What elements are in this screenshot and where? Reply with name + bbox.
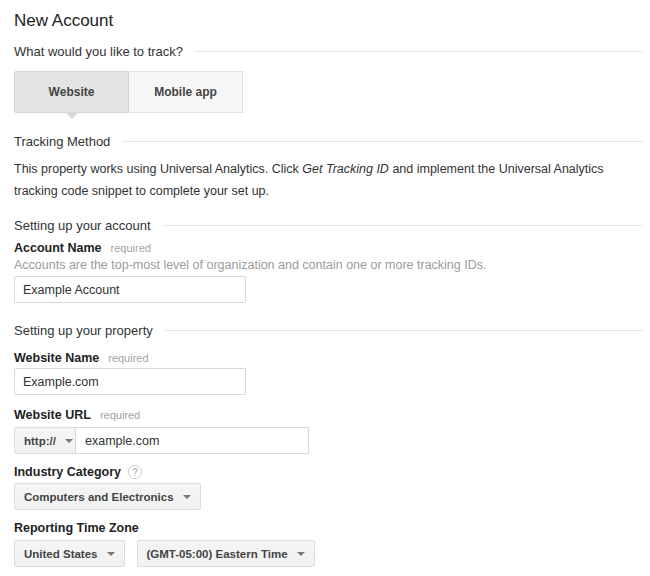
tab-mobile-app-label: Mobile app — [154, 85, 217, 99]
tracking-method-header: Tracking Method — [14, 134, 643, 149]
website-name-label-row: Website Name required — [14, 351, 643, 365]
account-section-header: Setting up your account — [14, 218, 643, 233]
property-section-header: Setting up your property — [14, 323, 643, 338]
industry-category-label-row: Industry Category ? — [14, 465, 643, 479]
chevron-down-icon — [65, 439, 73, 443]
industry-category-value: Computers and Electronics — [24, 491, 174, 503]
get-tracking-id-text: Get Tracking ID — [302, 162, 389, 176]
new-account-page: New Account What would you like to track… — [0, 0, 650, 567]
timezone-country-value: United States — [24, 548, 98, 560]
account-name-label: Account Name — [14, 241, 102, 255]
industry-category-label: Industry Category — [14, 465, 121, 479]
timezone-label-row: Reporting Time Zone — [14, 521, 643, 535]
account-name-label-row: Account Name required — [14, 241, 643, 255]
url-protocol-value: http:// — [24, 435, 56, 447]
chevron-down-icon — [107, 552, 115, 556]
tracking-method-description: This property works using Universal Anal… — [14, 158, 643, 202]
website-url-input[interactable] — [75, 427, 309, 454]
tab-website[interactable]: Website — [14, 71, 129, 113]
account-section-heading: Setting up your account — [14, 218, 151, 233]
required-badge: required — [100, 409, 140, 421]
divider — [163, 225, 643, 226]
description-text: This property works using Universal Anal… — [14, 162, 302, 176]
required-badge: required — [111, 242, 151, 254]
account-name-helper-text: Accounts are the top-most level of organ… — [14, 258, 643, 272]
chevron-down-icon — [297, 552, 305, 556]
selected-tab-caret-icon — [65, 112, 79, 119]
website-url-group: http:// — [14, 427, 643, 454]
industry-category-dropdown[interactable]: Computers and Electronics — [14, 483, 201, 510]
timezone-label: Reporting Time Zone — [14, 521, 139, 535]
website-name-label: Website Name — [14, 351, 99, 365]
track-type-tabs: Website Mobile app — [14, 71, 643, 113]
track-section-header: What would you like to track? — [14, 44, 643, 59]
divider — [122, 141, 643, 142]
divider — [165, 330, 643, 331]
page-title: New Account — [14, 11, 643, 31]
required-badge: required — [108, 352, 148, 364]
account-name-input[interactable] — [14, 276, 246, 303]
help-icon[interactable]: ? — [128, 465, 142, 479]
website-url-label: Website URL — [14, 408, 91, 422]
tracking-method-heading: Tracking Method — [14, 134, 110, 149]
tab-mobile-app[interactable]: Mobile app — [128, 71, 243, 113]
tab-website-label: Website — [49, 85, 95, 99]
timezone-zone-value: (GMT-05:00) Eastern Time — [147, 548, 288, 560]
track-section-heading: What would you like to track? — [14, 44, 183, 59]
timezone-zone-dropdown[interactable]: (GMT-05:00) Eastern Time — [137, 540, 315, 567]
url-protocol-dropdown[interactable]: http:// — [14, 427, 76, 454]
website-url-label-row: Website URL required — [14, 408, 643, 422]
website-name-input[interactable] — [14, 368, 246, 395]
property-section-heading: Setting up your property — [14, 323, 153, 338]
timezone-country-dropdown[interactable]: United States — [14, 540, 125, 567]
timezone-controls: United States (GMT-05:00) Eastern Time — [14, 540, 643, 567]
divider — [195, 51, 643, 52]
chevron-down-icon — [183, 495, 191, 499]
